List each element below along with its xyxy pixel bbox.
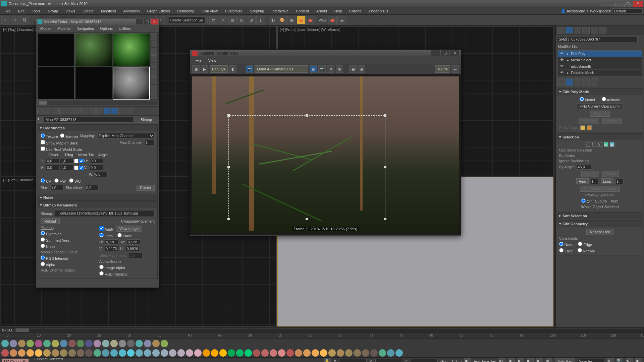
modifier-list-label[interactable]: Modifier List [556,44,644,50]
view-image-button[interactable]: View Image [116,226,142,232]
region-handle-tr[interactable] [384,114,386,117]
tab-create[interactable] [557,27,565,34]
menu-interactive[interactable]: Interactive [268,8,292,14]
workspace-select[interactable] [612,8,643,14]
menu-views[interactable]: Views [62,8,78,14]
tool-icon[interactable] [354,349,361,357]
menu-phoenixfd[interactable]: Phoenix FD [365,8,391,14]
region-handle-bl[interactable] [227,218,230,220]
tool-icon[interactable] [102,349,109,357]
rs-lock-button[interactable]: ◐ [229,65,236,73]
region-handle-tl[interactable] [227,114,230,117]
map-name-field[interactable] [44,117,133,123]
mono-rgb[interactable] [41,255,45,260]
show-end-result-button[interactable] [104,108,110,114]
make-copy-button[interactable] [67,108,73,114]
rs-maximize[interactable]: ▢ [441,50,449,56]
cage-color1[interactable] [580,125,585,130]
mirror-button[interactable]: ⇄ [209,16,218,24]
background-button[interactable] [151,48,157,55]
u-angle[interactable] [90,158,103,164]
anim-icon[interactable] [1,340,9,347]
render-teapot-button[interactable]: 🫖 [297,16,306,24]
v-mirror[interactable] [74,166,78,170]
rs-camera-select[interactable]: Quad 4 - Camera001 ▾ [255,65,308,73]
z-input[interactable] [411,359,438,362]
assign-button[interactable] [52,108,59,114]
tab-hierarchy[interactable] [574,27,581,34]
make-unique-button[interactable] [574,78,581,86]
u-tile[interactable] [79,159,84,163]
tool-icon[interactable] [43,349,51,357]
region-handle-mr[interactable] [384,166,386,168]
select-by-material-button[interactable] [151,85,157,92]
sample-hscroll[interactable] [37,101,158,105]
anim-icon[interactable] [152,340,160,347]
tool-icon[interactable] [278,349,285,357]
tool-icon[interactable] [261,349,269,357]
cage-color2[interactable] [587,125,592,130]
tool-icon[interactable] [119,349,126,357]
anim-icon[interactable] [18,340,25,347]
menu-modifiers[interactable]: Modifiers [98,8,119,14]
filter-none[interactable] [41,244,45,248]
sample-slot-2[interactable] [75,33,112,66]
backlight-button[interactable] [151,41,157,47]
me-menu-navigation[interactable]: Navigation [74,26,97,31]
y-input[interactable] [375,359,402,362]
rs-snapshot-button[interactable]: 📷 [318,65,326,73]
subobj-edge[interactable]: / [592,142,596,147]
schematic-button[interactable]: ◫ [256,16,265,24]
rs-bucket-button[interactable]: ⊞ [336,65,343,73]
make-unique-button[interactable] [74,108,81,114]
vw-radio[interactable] [54,178,59,183]
crop-u[interactable] [105,239,118,245]
region-handle-bm[interactable] [306,218,308,220]
subobj-poly[interactable]: ▰ [604,142,608,147]
tool-icon[interactable] [303,349,311,357]
blur-offset-input[interactable] [85,185,99,190]
render-setup-button[interactable]: 🎨 [278,16,287,24]
tool-icon[interactable] [387,349,394,357]
u-offset[interactable] [46,158,59,164]
get-material-button[interactable] [37,108,44,114]
sample-slot-6[interactable] [113,67,150,100]
eye-icon[interactable]: 👁 [560,64,565,69]
mapping-select[interactable]: Explicit Map Channel [97,133,155,138]
reset-button[interactable] [59,108,66,114]
tool-icon[interactable] [10,349,17,357]
render-production-button[interactable]: 🫖 [306,16,315,24]
anim-icon[interactable] [52,340,59,347]
menu-edit[interactable]: Edit [15,8,28,14]
me-menu-modes[interactable]: Modes [38,26,54,31]
menu-create[interactable]: Create [79,8,97,14]
redshift-render-view[interactable]: Frame_0: 2018-12-19 18:20:56 (2.99s) [190,74,461,235]
modifier-turbosmooth[interactable]: 👁TurboSmooth [558,63,642,70]
prev-frame-button[interactable]: ◀ [508,358,515,362]
bitmap-path[interactable]: ...ion\Lesson 11\Plants\Textures\SH设计061… [55,210,155,217]
nav-maximize-button[interactable]: ▣ [635,358,642,362]
loop-button[interactable]: Loop [601,178,613,184]
rs-zoom[interactable]: 100 % [435,65,450,73]
rs-zoom-spinner[interactable]: ▴▾ [451,65,459,73]
grid1-button[interactable]: ⊞ [237,16,246,24]
make-preview-button[interactable] [151,70,157,77]
menu-grapheditors[interactable]: Graph Editors [144,8,173,14]
pin-stack-button[interactable] [557,78,565,86]
constraint-edge[interactable] [578,242,582,246]
sample-uv-button[interactable] [151,55,157,62]
map-channel-input[interactable] [145,140,155,145]
tool-icon[interactable] [161,349,168,357]
selection-set-input[interactable] [169,16,206,24]
me-minimize[interactable]: – [136,19,143,24]
place-radio[interactable] [117,233,122,237]
rs-ipr-button[interactable]: ▶ [201,65,208,73]
rotate-button[interactable]: Rotate [137,185,155,191]
rs-compare-a[interactable]: ▣ [349,65,357,73]
real-world-check[interactable] [41,146,45,151]
ring-button[interactable]: Ring [576,178,589,184]
isolate-button[interactable]: ▣ [464,358,471,362]
go-forward-button[interactable] [118,108,125,114]
mtl-dropdown[interactable]: ▾ [37,117,43,123]
anim-icon[interactable] [77,340,84,347]
